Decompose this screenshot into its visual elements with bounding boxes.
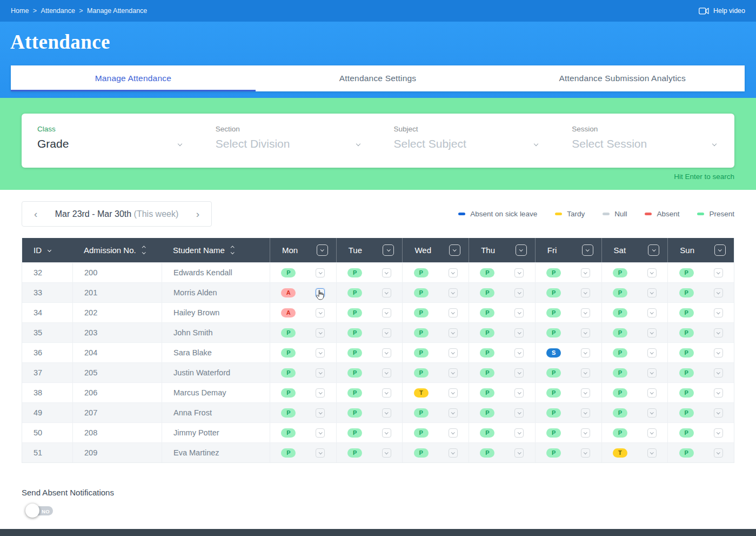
- status-pill-p[interactable]: P: [414, 288, 429, 297]
- breadcrumb-item-home[interactable]: Home: [11, 7, 29, 15]
- status-dropdown[interactable]: [514, 428, 524, 438]
- status-pill-p[interactable]: P: [347, 328, 362, 338]
- subject-filter-dropdown[interactable]: Subject Select Subject: [378, 114, 557, 168]
- status-pill-p[interactable]: P: [347, 388, 362, 398]
- status-pill-p[interactable]: P: [679, 388, 694, 398]
- status-dropdown[interactable]: [581, 448, 590, 458]
- status-dropdown[interactable]: [647, 388, 657, 398]
- status-pill-p[interactable]: P: [414, 448, 429, 458]
- status-pill-p[interactable]: P: [613, 308, 627, 317]
- status-pill-p[interactable]: P: [546, 268, 561, 277]
- fri-column-dropdown[interactable]: [582, 244, 593, 256]
- status-pill-p[interactable]: P: [281, 408, 296, 418]
- status-pill-p[interactable]: P: [281, 428, 296, 438]
- status-dropdown[interactable]: [581, 388, 590, 398]
- status-pill-p[interactable]: P: [613, 348, 627, 358]
- status-dropdown[interactable]: [647, 348, 657, 358]
- status-pill-p[interactable]: P: [546, 428, 561, 438]
- status-dropdown[interactable]: [449, 288, 458, 297]
- status-dropdown[interactable]: [316, 348, 325, 358]
- status-dropdown[interactable]: [449, 408, 458, 418]
- tab-manage-attendance[interactable]: Manage Attendance: [11, 65, 256, 91]
- status-dropdown[interactable]: [449, 348, 458, 358]
- status-pill-p[interactable]: P: [679, 288, 694, 297]
- status-dropdown[interactable]: [647, 408, 657, 418]
- status-dropdown[interactable]: [449, 368, 458, 378]
- status-dropdown[interactable]: [382, 328, 391, 338]
- status-pill-p[interactable]: P: [679, 408, 694, 418]
- status-dropdown[interactable]: [382, 348, 391, 358]
- session-filter-dropdown[interactable]: Session Select Session: [556, 114, 734, 168]
- status-dropdown[interactable]: [581, 288, 590, 297]
- status-dropdown[interactable]: [449, 308, 458, 317]
- status-pill-p[interactable]: P: [347, 408, 362, 418]
- status-dropdown[interactable]: [449, 448, 458, 458]
- status-pill-p[interactable]: P: [414, 408, 429, 418]
- status-pill-p[interactable]: P: [546, 388, 561, 398]
- status-dropdown[interactable]: [316, 448, 325, 458]
- status-pill-p[interactable]: P: [546, 448, 561, 458]
- status-dropdown[interactable]: [647, 448, 657, 458]
- status-pill-p[interactable]: P: [480, 368, 494, 378]
- status-dropdown[interactable]: [449, 388, 458, 398]
- status-dropdown[interactable]: [316, 428, 325, 438]
- status-dropdown[interactable]: [647, 428, 657, 438]
- sat-column-dropdown[interactable]: [648, 244, 659, 256]
- status-dropdown[interactable]: [714, 408, 723, 418]
- status-pill-p[interactable]: P: [414, 308, 429, 317]
- status-pill-p[interactable]: P: [281, 348, 296, 358]
- status-pill-p[interactable]: P: [414, 368, 429, 378]
- status-pill-p[interactable]: P: [414, 328, 429, 338]
- status-dropdown[interactable]: [449, 428, 458, 438]
- tue-column-dropdown[interactable]: [383, 244, 394, 256]
- status-pill-p[interactable]: P: [546, 308, 561, 317]
- status-dropdown[interactable]: [581, 428, 590, 438]
- status-dropdown[interactable]: [514, 328, 524, 338]
- status-dropdown[interactable]: [514, 288, 524, 297]
- status-dropdown[interactable]: [316, 368, 325, 378]
- status-dropdown[interactable]: [514, 348, 524, 358]
- status-pill-p[interactable]: P: [613, 328, 627, 338]
- status-dropdown[interactable]: [647, 288, 657, 297]
- next-week-button[interactable]: ›: [196, 209, 199, 219]
- status-dropdown[interactable]: [382, 428, 391, 438]
- status-pill-p[interactable]: P: [480, 328, 494, 338]
- status-dropdown[interactable]: [714, 268, 723, 277]
- column-header-id[interactable]: ID: [22, 238, 72, 262]
- status-pill-p[interactable]: P: [281, 268, 296, 277]
- status-dropdown[interactable]: [514, 308, 524, 317]
- status-dropdown[interactable]: [714, 328, 723, 338]
- status-dropdown[interactable]: [316, 308, 325, 317]
- status-pill-p[interactable]: P: [347, 368, 362, 378]
- status-dropdown[interactable]: [714, 368, 723, 378]
- mon-column-dropdown[interactable]: [317, 244, 328, 256]
- status-dropdown[interactable]: [581, 328, 590, 338]
- status-pill-p[interactable]: P: [281, 328, 296, 338]
- status-pill-s[interactable]: S: [546, 348, 561, 358]
- status-dropdown[interactable]: [647, 368, 657, 378]
- status-pill-t[interactable]: T: [414, 388, 429, 398]
- status-pill-p[interactable]: P: [613, 268, 627, 277]
- status-pill-a[interactable]: A: [281, 308, 296, 317]
- status-pill-p[interactable]: P: [679, 328, 694, 338]
- tab-attendance-submission-analytics[interactable]: Attendance Submission Analytics: [500, 65, 745, 91]
- status-pill-p[interactable]: P: [480, 388, 494, 398]
- status-dropdown[interactable]: [382, 308, 391, 317]
- status-dropdown[interactable]: [714, 388, 723, 398]
- absent-notifications-toggle[interactable]: NO: [28, 506, 53, 515]
- status-pill-p[interactable]: P: [546, 408, 561, 418]
- status-dropdown[interactable]: [382, 368, 391, 378]
- status-pill-p[interactable]: P: [281, 368, 296, 378]
- status-dropdown[interactable]: [714, 448, 723, 458]
- toggle-knob[interactable]: [25, 504, 39, 518]
- status-dropdown[interactable]: [714, 428, 723, 438]
- status-dropdown[interactable]: [514, 388, 524, 398]
- help-video-link[interactable]: Help video: [699, 7, 745, 15]
- status-pill-p[interactable]: P: [546, 368, 561, 378]
- status-pill-p[interactable]: P: [281, 448, 296, 458]
- status-pill-p[interactable]: P: [480, 428, 494, 438]
- status-dropdown[interactable]: [647, 268, 657, 277]
- status-dropdown[interactable]: [316, 408, 325, 418]
- thu-column-dropdown[interactable]: [516, 244, 527, 256]
- status-dropdown[interactable]: [382, 408, 391, 418]
